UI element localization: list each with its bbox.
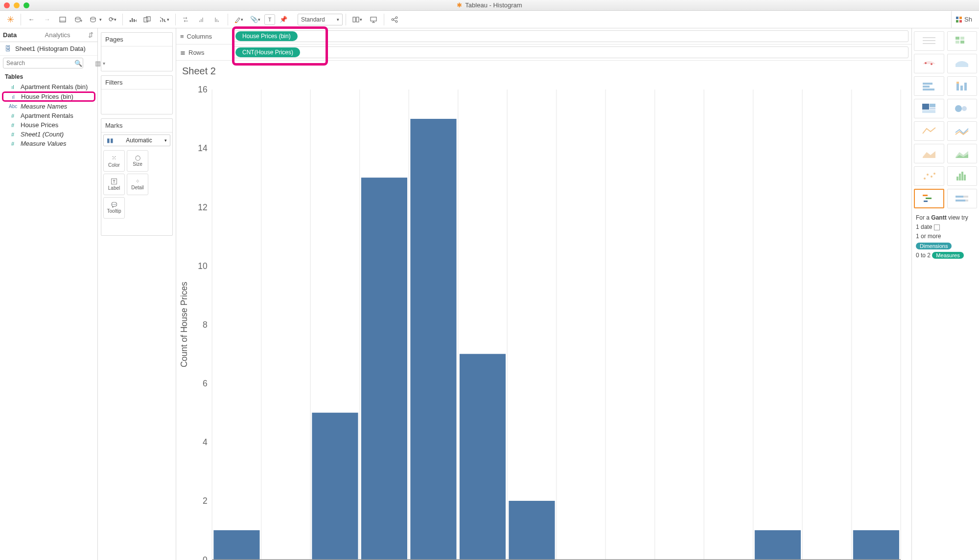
sm-circle-views[interactable]: [947, 99, 978, 118]
tab-data[interactable]: Data: [0, 28, 42, 42]
presentation-button[interactable]: [366, 13, 381, 26]
refresh-button[interactable]: ⟳▾: [106, 13, 119, 26]
svg-point-105: [955, 105, 962, 112]
sort-asc-button[interactable]: [194, 13, 209, 26]
svg-text:14: 14: [198, 143, 208, 153]
svg-point-92: [925, 62, 927, 64]
columns-shelf[interactable]: ≡Columns House Prices (bin): [176, 28, 911, 45]
forward-button[interactable]: →: [40, 13, 54, 26]
marks-color-button[interactable]: ⁙Color: [103, 150, 125, 172]
minimize-window-icon[interactable]: [14, 2, 20, 8]
svg-rect-33: [959, 17, 962, 19]
sm-text-table[interactable]: [914, 31, 944, 51]
marks-detail-button[interactable]: ⁘Detail: [127, 174, 148, 195]
marks-label-button[interactable]: TLabel: [103, 174, 125, 195]
sm-heat-map[interactable]: [947, 31, 978, 51]
sm-line-cont[interactable]: [947, 121, 978, 141]
clear-sheet-button[interactable]: ▾: [156, 13, 172, 26]
marks-size-button[interactable]: ◯Size: [127, 150, 148, 172]
tab-analytics[interactable]: Analytics: [42, 28, 84, 42]
field-house-prices[interactable]: #House Prices: [0, 120, 97, 130]
field-label: Measure Names: [21, 103, 67, 110]
svg-point-29: [396, 21, 397, 22]
tooltip-icon: 💬: [111, 202, 117, 207]
back-button[interactable]: ←: [24, 13, 39, 26]
field-measure-names[interactable]: AbcMeasure Names: [0, 102, 97, 111]
marks-card: Marks ▮▮ Automatic ▾ ⁙Color ◯Size TLabel…: [101, 118, 173, 236]
chart-canvas[interactable]: 02468101214160K200K400K600K800K1000K1200…: [176, 82, 909, 560]
pages-card[interactable]: Pages: [101, 32, 173, 71]
sheet-title[interactable]: Sheet 2: [176, 61, 911, 82]
svg-rect-20: [218, 21, 219, 22]
field-house-prices-bin[interactable]: ılHouse Prices (bin): [2, 91, 95, 102]
save-button[interactable]: [55, 13, 70, 26]
abc-icon: Abc: [9, 104, 17, 109]
color-icon: ⁙: [112, 155, 117, 161]
marks-auto-icon: ▮▮: [107, 137, 114, 144]
svg-rect-24: [371, 17, 376, 21]
highlight-button[interactable]: ▾: [231, 13, 246, 26]
new-datasource-button[interactable]: +: [71, 13, 86, 26]
new-sheet-button[interactable]: ▾: [87, 13, 105, 26]
swap-button[interactable]: [179, 13, 193, 26]
sm-gantt[interactable]: [914, 189, 944, 208]
sm-bullet[interactable]: [947, 189, 978, 208]
svg-rect-34: [956, 20, 958, 22]
marks-type-selector[interactable]: ▮▮ Automatic ▾: [103, 134, 170, 146]
fit-selector[interactable]: Standard▾: [298, 14, 343, 25]
pin-button[interactable]: 📌: [276, 13, 291, 26]
zoom-window-icon[interactable]: [23, 2, 29, 8]
side-tabs: Data Analytics ⇵: [0, 28, 97, 42]
field-sheet1-count[interactable]: #Sheet1 (Count): [0, 130, 97, 139]
svg-point-107: [924, 178, 926, 179]
tableau-logo-button[interactable]: ✳: [3, 13, 18, 26]
search-input[interactable]: [3, 58, 83, 68]
sm-histogram[interactable]: [947, 166, 978, 186]
svg-rect-22: [353, 17, 355, 22]
sm-area-cont[interactable]: [947, 144, 978, 163]
sm-stacked-bar[interactable]: [947, 76, 978, 96]
svg-rect-98: [956, 82, 959, 84]
labels-button[interactable]: T: [264, 14, 275, 25]
window-title: Tableau - Histogram: [465, 1, 522, 9]
sm-map-symbol[interactable]: [914, 54, 944, 73]
field-apartment-rentals[interactable]: #Apartment Rentals: [0, 111, 97, 120]
window-traffic-lights: [4, 2, 29, 8]
filters-card[interactable]: Filters: [101, 75, 173, 114]
rows-shelf[interactable]: ≣Rows CNT(House Prices): [176, 45, 911, 61]
new-worksheet-button[interactable]: +: [126, 13, 140, 26]
sm-horiz-bar[interactable]: [914, 76, 944, 96]
svg-rect-91: [960, 41, 964, 44]
sm-line-disc[interactable]: [914, 121, 944, 141]
cards-panel: Pages Filters Marks ▮▮ Automatic ▾ ⁙Colo…: [98, 28, 176, 560]
show-me-panel: For a Gantt view try 1 date 1 or more Di…: [911, 28, 979, 560]
tag-measures: Measures: [932, 252, 963, 259]
svg-rect-57: [755, 530, 801, 560]
sm-scatter[interactable]: [914, 166, 944, 186]
svg-rect-55: [460, 354, 506, 560]
field-measure-values[interactable]: #Measure Values: [0, 139, 97, 148]
marks-tooltip-button[interactable]: 💬Tooltip: [103, 197, 125, 219]
columns-pill[interactable]: House Prices (bin): [235, 31, 298, 41]
show-cards-button[interactable]: ▾: [349, 13, 365, 26]
svg-rect-89: [960, 37, 964, 40]
sm-map-filled[interactable]: [947, 54, 978, 73]
share-button[interactable]: [387, 13, 402, 26]
svg-rect-88: [956, 37, 959, 40]
duplicate-sheet-button[interactable]: [140, 13, 155, 26]
sm-area-disc[interactable]: [914, 144, 944, 163]
sm-treemap[interactable]: [914, 99, 944, 118]
show-me-button[interactable]: Sh: [951, 11, 976, 28]
search-icon[interactable]: 🔍: [74, 60, 82, 67]
datasource-row[interactable]: 🗄 Sheet1 (Histogram Data): [0, 42, 97, 56]
svg-rect-23: [356, 17, 359, 22]
show-me-label: Sh: [964, 16, 972, 23]
tab-menu-icon[interactable]: ⇵: [84, 28, 97, 42]
rows-label: Rows: [188, 49, 205, 56]
group-button[interactable]: 📎▾: [247, 13, 263, 26]
field-apartment-rentals-bin[interactable]: ılApartment Rentals (bin): [0, 82, 97, 91]
close-window-icon[interactable]: [4, 2, 10, 8]
rows-pill[interactable]: CNT(House Prices): [235, 47, 300, 57]
sort-desc-button[interactable]: [210, 13, 225, 26]
svg-point-108: [927, 174, 929, 176]
